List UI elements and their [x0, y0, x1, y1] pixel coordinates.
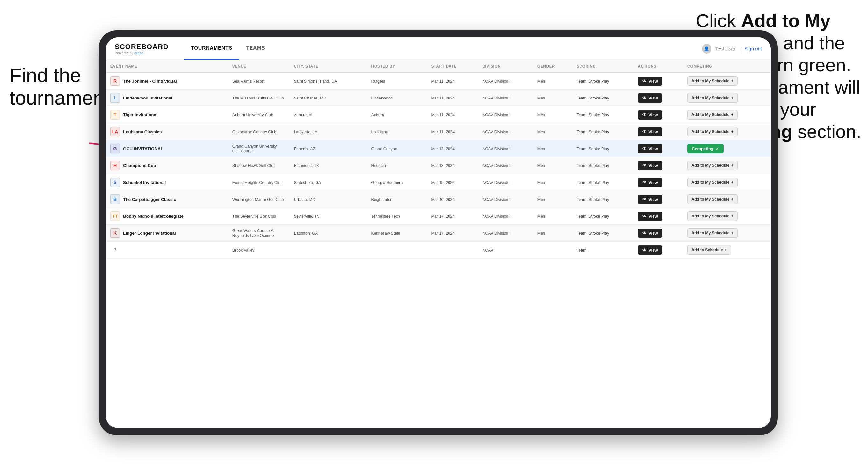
city-state-cell-3: Lafayette, LA [289, 123, 367, 140]
view-button-7[interactable]: 👁View [638, 195, 662, 204]
tablet-screen: SCOREBOARD Powered by clippd TOURNAMENTS… [106, 37, 771, 428]
eye-icon-6: 👁 [642, 180, 647, 185]
gender-cell-9: Men [533, 225, 572, 242]
add-schedule-button-10[interactable]: Add to Schedule + [687, 245, 731, 255]
actions-cell-2: 👁View [633, 106, 683, 123]
start-date-cell-1: Mar 11, 2024 [427, 90, 478, 106]
actions-cell-10: 👁View [633, 242, 683, 258]
division-cell-3: NCAA Division I [478, 123, 533, 140]
gender-cell-2: Men [533, 106, 572, 123]
hosted-by-cell-0: Rutgers [367, 73, 427, 90]
event-name-text-6: Schenkel Invitational [123, 180, 166, 185]
table-row: L Lindenwood Invitational The Missouri B… [106, 90, 771, 106]
table-row: K Linger Longer Invitational Great Water… [106, 225, 771, 242]
team-logo-1: L [110, 93, 120, 103]
view-button-10[interactable]: 👁View [638, 245, 662, 255]
city-state-cell-8: Sevierville, TN [289, 208, 367, 225]
scoring-cell-0: Team, Stroke Play [572, 73, 633, 90]
hosted-by-cell-9: Kennesaw State [367, 225, 427, 242]
division-cell-10: NCAA [478, 242, 533, 258]
view-button-4[interactable]: 👁View [638, 144, 662, 153]
eye-icon-10: 👁 [642, 248, 647, 252]
view-button-0[interactable]: 👁View [638, 76, 662, 86]
hosted-by-cell-10 [367, 242, 427, 258]
team-logo-6: S [110, 178, 120, 187]
division-cell-9: NCAA Division I [478, 225, 533, 242]
start-date-cell-3: Mar 11, 2024 [427, 123, 478, 140]
add-schedule-button-1[interactable]: Add to My Schedule + [687, 93, 738, 103]
venue-text-2: Auburn University Club [232, 113, 273, 117]
event-name-cell-6: S Schenkel Invitational [106, 174, 228, 191]
actions-cell-8: 👁View [633, 208, 683, 225]
scoring-cell-5: Team, Stroke Play [572, 157, 633, 174]
table-row: T Tiger Invitational Auburn University C… [106, 106, 771, 123]
col-event-name: EVENT NAME [106, 60, 228, 73]
logo-brand: clippd [134, 51, 144, 55]
table-row: H Champions Cup Shadow Hawk Golf ClubRic… [106, 157, 771, 174]
logo-area: SCOREBOARD Powered by clippd [115, 43, 168, 55]
division-cell-5: NCAA Division I [478, 157, 533, 174]
actions-cell-5: 👁View [633, 157, 683, 174]
event-name-text-5: Champions Cup [123, 163, 156, 168]
view-button-6[interactable]: 👁View [638, 178, 662, 187]
competing-cell-9: Add to My Schedule + [683, 225, 771, 242]
actions-cell-7: 👁View [633, 191, 683, 208]
plus-icon-9: + [731, 231, 734, 235]
start-date-cell-5: Mar 13, 2024 [427, 157, 478, 174]
venue-cell-3: Oakbourne Country Club [228, 123, 289, 140]
competing-cell-2: Add to My Schedule + [683, 106, 771, 123]
start-date-cell-7: Mar 16, 2024 [427, 191, 478, 208]
division-cell-4: NCAA Division I [478, 140, 533, 157]
nav-tab-tournaments[interactable]: TOURNAMENTS [184, 37, 239, 60]
table-header-row: EVENT NAME VENUE CITY, STATE HOSTED BY S… [106, 60, 771, 73]
event-name-cell-7: B The Carpetbagger Classic [106, 191, 228, 208]
venue-cell-10: Brook Valley [228, 242, 289, 258]
add-schedule-button-6[interactable]: Add to My Schedule + [687, 178, 738, 187]
venue-cell-1: The Missouri Bluffs Golf Club [228, 90, 289, 106]
sign-out-link[interactable]: Sign out [744, 46, 762, 51]
scoring-cell-4: Team, Stroke Play [572, 140, 633, 157]
add-schedule-button-3[interactable]: Add to My Schedule + [687, 127, 738, 136]
venue-text-7: Worthington Manor Golf Club [232, 197, 284, 202]
view-button-5[interactable]: 👁View [638, 161, 662, 170]
hosted-by-cell-1: Lindenwood [367, 90, 427, 106]
add-schedule-button-0[interactable]: Add to My Schedule + [687, 76, 738, 86]
add-schedule-button-5[interactable]: Add to My Schedule + [687, 161, 738, 170]
competing-cell-7: Add to My Schedule + [683, 191, 771, 208]
nav-tab-teams[interactable]: TEAMS [239, 37, 272, 60]
add-schedule-button-7[interactable]: Add to My Schedule + [687, 194, 738, 204]
division-cell-7: NCAA Division I [478, 191, 533, 208]
venue-text-8: The Sevierville Golf Club [232, 214, 276, 219]
competing-button-4[interactable]: Competing ✓ [687, 144, 723, 153]
venue-cell-5: Shadow Hawk Golf Club [228, 157, 289, 174]
competing-cell-10: Add to Schedule + [683, 242, 771, 258]
venue-cell-0: Sea Palms Resort [228, 73, 289, 90]
view-button-1[interactable]: 👁View [638, 93, 662, 103]
table-row: B The Carpetbagger Classic Worthington M… [106, 191, 771, 208]
venue-text-0: Sea Palms Resort [232, 79, 265, 84]
view-button-9[interactable]: 👁View [638, 228, 662, 238]
add-schedule-button-9[interactable]: Add to My Schedule + [687, 228, 738, 238]
view-button-3[interactable]: 👁View [638, 127, 662, 136]
event-name-cell-9: K Linger Longer Invitational [106, 225, 228, 242]
team-logo-3: LA [110, 127, 120, 136]
team-logo-4: G [110, 144, 120, 153]
view-button-2[interactable]: 👁View [638, 110, 662, 120]
table-row: LA Louisiana Classics Oakbourne Country … [106, 123, 771, 140]
plus-icon-7: + [731, 197, 734, 201]
scoring-cell-7: Team, Stroke Play [572, 191, 633, 208]
plus-icon-0: + [731, 79, 734, 83]
add-schedule-button-2[interactable]: Add to My Schedule + [687, 110, 738, 120]
competing-cell-5: Add to My Schedule + [683, 157, 771, 174]
competing-cell-3: Add to My Schedule + [683, 123, 771, 140]
venue-text-5: Shadow Hawk Golf Club [232, 163, 275, 168]
scoring-cell-10: Team, [572, 242, 633, 258]
header-right: 👤 Test User | Sign out [702, 44, 762, 54]
event-name-cell-8: TT Bobby Nichols Intercollegiate [106, 208, 228, 225]
add-schedule-button-8[interactable]: Add to My Schedule + [687, 211, 738, 221]
col-competing: COMPETING [683, 60, 771, 73]
competing-cell-1: Add to My Schedule + [683, 90, 771, 106]
actions-cell-9: 👁View [633, 225, 683, 242]
view-button-8[interactable]: 👁View [638, 212, 662, 221]
col-hosted-by: HOSTED BY [367, 60, 427, 73]
